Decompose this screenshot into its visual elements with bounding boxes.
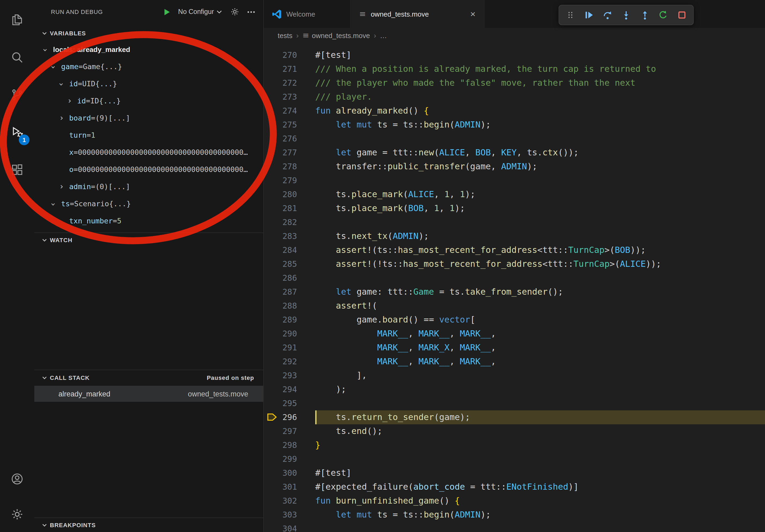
line-number-gutter[interactable]: 277 (264, 146, 297, 160)
chevron-right-icon[interactable] (60, 182, 69, 190)
start-debug-button[interactable] (163, 8, 171, 16)
code-line-289[interactable]: 289 game.board() == vector[ (264, 313, 765, 327)
line-number-gutter[interactable]: 293 (264, 369, 297, 383)
code-text[interactable]: #[test] (315, 48, 765, 62)
line-number-gutter[interactable]: 279 (264, 173, 297, 187)
code-text[interactable]: let mut ts = ts::begin(ADMIN); (315, 118, 765, 132)
code-text[interactable]: MARK__, MARK__, MARK__, (315, 355, 765, 369)
step-into-button[interactable] (618, 7, 634, 23)
tab-welcome[interactable]: Welcome (264, 0, 351, 28)
chevron-down-icon[interactable] (52, 62, 61, 71)
code-line-280[interactable]: 280 ts.place_mark(ALICE, 1, 1); (264, 187, 765, 201)
code-text[interactable]: ts.place_mark(ALICE, 1, 1); (315, 187, 765, 201)
breakpoints-section-header[interactable]: BREAKPOINTS (34, 518, 263, 532)
code-text[interactable] (315, 215, 765, 229)
explorer-icon[interactable] (0, 1, 34, 39)
restart-button[interactable] (655, 7, 671, 23)
code-line-292[interactable]: 292 MARK__, MARK__, MARK__, (264, 355, 765, 369)
debug-settings-button[interactable] (230, 7, 240, 17)
line-number-gutter[interactable]: 304 (264, 522, 297, 532)
code-line-293[interactable]: 293 ], (264, 369, 765, 383)
code-text[interactable]: /// When a position is already marked, t… (315, 62, 765, 76)
code-text[interactable]: /// the player who made the "false" move… (315, 76, 765, 90)
line-number-gutter[interactable]: 295 (264, 397, 297, 410)
code-text[interactable] (315, 173, 765, 187)
chevron-right-icon[interactable] (60, 114, 69, 122)
code-line-276[interactable]: 276 (264, 132, 765, 146)
code-text[interactable]: fun already_marked() { (315, 104, 765, 118)
code-line-302[interactable]: 302fun burn_unfinished_game() { (264, 494, 765, 508)
code-line-277[interactable]: 277 let game = ttt::new(ALICE, BOB, KEY,… (264, 146, 765, 160)
run-and-debug-icon[interactable]: 1 (0, 114, 34, 151)
line-number-gutter[interactable]: 296 (264, 410, 297, 424)
close-tab-icon[interactable]: × (470, 9, 475, 19)
code-text[interactable]: /// player. (315, 90, 765, 104)
line-number-gutter[interactable]: 286 (264, 271, 297, 285)
code-line-282[interactable]: 282 (264, 215, 765, 229)
code-line-296[interactable]: 296 ts.return_to_sender(game); (264, 410, 765, 424)
code-line-278[interactable]: 278 transfer::public_transfer(game, ADMI… (264, 160, 765, 173)
line-number-gutter[interactable]: 272 (264, 76, 297, 90)
more-actions-button[interactable] (247, 7, 256, 16)
code-line-287[interactable]: 287 let game: ttt::Game = ts.take_from_s… (264, 285, 765, 299)
code-text[interactable]: ], (315, 369, 765, 383)
code-text[interactable]: ts.return_to_sender(game); (315, 410, 765, 424)
code-text[interactable]: assert!(!ts::has_most_recent_for_address… (315, 257, 765, 271)
code-text[interactable] (315, 397, 765, 410)
code-line-299[interactable]: 299 (264, 452, 765, 466)
code-line-270[interactable]: 270#[test] (264, 48, 765, 62)
code-text[interactable]: transfer::public_transfer(game, ADMIN); (315, 160, 765, 173)
variable-row[interactable]: x = 000000000000000000000000000000000000… (34, 143, 263, 161)
continue-button[interactable] (581, 7, 597, 23)
line-number-gutter[interactable]: 284 (264, 243, 297, 257)
variable-scope-row[interactable]: locals: already_marked (34, 41, 263, 58)
line-number-gutter[interactable]: 285 (264, 257, 297, 271)
code-text[interactable]: ts.place_mark(BOB, 1, 1); (315, 201, 765, 215)
code-line-275[interactable]: 275 let mut ts = ts::begin(ADMIN); (264, 118, 765, 132)
code-line-288[interactable]: 288 assert!( (264, 299, 765, 313)
line-number-gutter[interactable]: 280 (264, 187, 297, 201)
line-number-gutter[interactable]: 278 (264, 160, 297, 173)
line-number-gutter[interactable]: 289 (264, 313, 297, 327)
variable-row[interactable]: game = Game{...} (34, 58, 263, 75)
code-text[interactable]: let mut ts = ts::begin(ADMIN); (315, 508, 765, 522)
line-number-gutter[interactable]: 274 (264, 104, 297, 118)
line-number-gutter[interactable]: 283 (264, 229, 297, 243)
code-line-285[interactable]: 285 assert!(!ts::has_most_recent_for_add… (264, 257, 765, 271)
line-number-gutter[interactable]: 291 (264, 341, 297, 355)
line-number-gutter[interactable]: 294 (264, 383, 297, 397)
code-text[interactable]: fun burn_unfinished_game() { (315, 494, 765, 508)
step-out-button[interactable] (637, 7, 653, 23)
code-text[interactable]: ts.end(); (315, 424, 765, 438)
call-stack-section-header[interactable]: CALL STACK Paused on step (34, 370, 263, 385)
variables-section-header[interactable]: VARIABLES (34, 26, 263, 40)
line-number-gutter[interactable]: 271 (264, 62, 297, 76)
code-text[interactable]: let game = ttt::new(ALICE, BOB, KEY, ts.… (315, 146, 765, 160)
debug-config-dropdown[interactable]: No Configur (178, 8, 223, 16)
code-text[interactable]: #[expected_failure(abort_code = ttt::ENo… (315, 480, 765, 494)
code-line-279[interactable]: 279 (264, 173, 765, 187)
code-line-297[interactable]: 297 ts.end(); (264, 424, 765, 438)
step-over-button[interactable] (600, 7, 616, 23)
extensions-icon[interactable] (0, 151, 34, 188)
code-text[interactable]: assert!( (315, 299, 765, 313)
line-number-gutter[interactable]: 281 (264, 201, 297, 215)
code-text[interactable] (315, 452, 765, 466)
code-line-281[interactable]: 281 ts.place_mark(BOB, 1, 1); (264, 201, 765, 215)
breadcrumb-item[interactable]: tests (278, 31, 293, 39)
code-text[interactable]: assert!(ts::has_most_recent_for_address<… (315, 243, 765, 257)
toolbar-drag-handle[interactable] (563, 7, 579, 23)
line-number-gutter[interactable]: 282 (264, 215, 297, 229)
line-number-gutter[interactable]: 297 (264, 424, 297, 438)
variable-row[interactable]: o = 000000000000000000000000000000000000… (34, 161, 263, 178)
code-line-298[interactable]: 298} (264, 438, 765, 452)
code-text[interactable] (315, 271, 765, 285)
line-number-gutter[interactable]: 302 (264, 494, 297, 508)
watch-section-header[interactable]: WATCH (34, 232, 263, 247)
line-number-gutter[interactable]: 273 (264, 90, 297, 104)
code-line-273[interactable]: 273/// player. (264, 90, 765, 104)
breadcrumb-item[interactable]: ≡owned_tests.move (302, 31, 370, 39)
code-line-286[interactable]: 286 (264, 271, 765, 285)
line-number-gutter[interactable]: 275 (264, 118, 297, 132)
line-number-gutter[interactable]: 270 (264, 48, 297, 62)
